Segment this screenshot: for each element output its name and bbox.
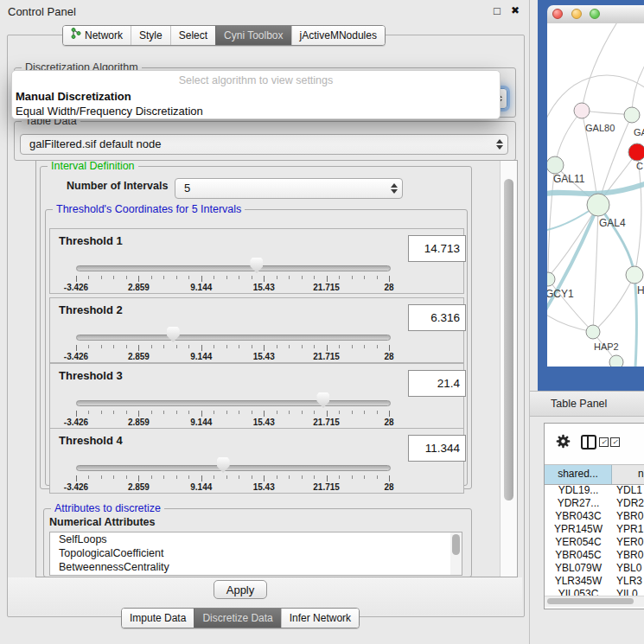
threshold-value-field[interactable]: 6.316: [408, 304, 466, 331]
network-node-gal80[interactable]: [574, 103, 590, 118]
slider-tick: [226, 475, 227, 479]
slider-tick: [151, 411, 152, 414]
list-item[interactable]: BetweennessCentrality: [50, 560, 462, 574]
slider-tick: [76, 475, 77, 481]
table-row[interactable]: YBL079WYBL0: [545, 562, 644, 575]
tab-infer-network[interactable]: Infer Network: [281, 609, 359, 628]
tab-discretize-data[interactable]: Discretize Data: [194, 609, 280, 628]
table-data-group: Table Data galFiltered.sif default node: [14, 121, 516, 161]
network-node-c[interactable]: [628, 143, 644, 161]
tab-style[interactable]: Style: [131, 26, 170, 45]
threshold-value-field[interactable]: 21.4: [408, 370, 466, 397]
network-canvas[interactable]: GAL80GACGAL11GAL4GCY1HHAP2: [547, 23, 644, 367]
slider-tick: [339, 411, 340, 414]
list-scrollbar-thumb[interactable]: [452, 534, 460, 555]
slider-tick: [389, 276, 390, 282]
select-columns-icon[interactable]: ✓ ✓: [599, 437, 620, 447]
network-node-hap2[interactable]: [586, 325, 600, 339]
network-node-gcy1[interactable]: [547, 272, 555, 286]
tab-network[interactable]: Network: [63, 26, 131, 45]
slider-tick: [113, 411, 114, 414]
slider-tick: [76, 345, 77, 351]
threshold-row: Threshold 3-3.4262.8599.14415.4321.71528…: [49, 363, 464, 429]
tab-impute-data[interactable]: Impute Data: [122, 609, 194, 628]
slider-tick-label: 9.144: [177, 352, 226, 361]
slider-tick: [163, 475, 164, 479]
table-row[interactable]: YLR345WYLR3: [545, 575, 644, 588]
slider-tick: [377, 475, 378, 479]
slider-track[interactable]: [76, 400, 391, 406]
slider-tick-label: -3.426: [52, 283, 100, 292]
slider-tick: [138, 411, 139, 417]
numerical-attributes-list[interactable]: SelfLoopsTopologicalCoefficientBetweenne…: [49, 532, 462, 576]
threshold-value-field[interactable]: 14.713: [408, 235, 466, 262]
slider-track[interactable]: [76, 265, 391, 271]
slider-tick: [389, 475, 390, 481]
threshold-value-field[interactable]: 11.344: [408, 435, 466, 462]
slider-tick-label: 28: [365, 352, 413, 361]
table-row[interactable]: YDR27...YDR2: [545, 497, 644, 510]
list-item[interactable]: TopologicalCoefficient: [50, 546, 462, 560]
gear-icon[interactable]: [556, 434, 571, 452]
vertical-scrollbar-thumb[interactable]: [504, 179, 513, 501]
tab-cyni-toolbox[interactable]: Cyni Toolbox: [215, 26, 290, 45]
control-panel-tabs: NetworkStyleSelectCyni ToolboxjActiveMNo…: [62, 25, 386, 46]
vertical-scrollbar[interactable]: [500, 161, 518, 577]
table-data-combobox[interactable]: galFiltered.sif default node: [20, 134, 508, 155]
slider-tick: [76, 276, 77, 282]
network-node-gal11[interactable]: [547, 156, 564, 174]
combo-stepper-icon: [391, 182, 397, 194]
threshold-label: Threshold 2: [59, 303, 123, 316]
horizontal-scrollbar[interactable]: [545, 596, 644, 607]
close-traffic-light-icon[interactable]: [552, 9, 563, 19]
slider-tick: [314, 475, 315, 479]
slider-tick: [352, 475, 353, 479]
slider-track[interactable]: [76, 465, 391, 471]
panel-title: Control Panel: [8, 5, 76, 18]
split-columns-icon[interactable]: [581, 435, 596, 450]
network-node-gal4[interactable]: [587, 194, 609, 216]
network-node-ga[interactable]: [624, 107, 640, 123]
minimize-traffic-light-icon[interactable]: [571, 9, 582, 19]
table-row[interactable]: YPR145WYPR1: [545, 523, 644, 536]
slider-tick: [339, 475, 340, 479]
column-header-shared[interactable]: shared...: [545, 465, 612, 484]
network-node[interactable]: [609, 355, 623, 367]
list-item[interactable]: SelfLoops: [50, 532, 462, 546]
table-row[interactable]: YIL053CYIL0: [545, 588, 644, 596]
node-label: HAP2: [594, 341, 619, 352]
table-row[interactable]: YER054CYER0: [545, 536, 644, 549]
slider-tick-label: 9.144: [177, 418, 226, 427]
slider-tick: [252, 411, 252, 414]
table-toolbar: ✓ ✓: [545, 424, 644, 464]
column-header-n[interactable]: n: [612, 465, 644, 484]
cell-name: YDR2: [612, 497, 644, 510]
slider-tick: [289, 276, 290, 279]
tab-label: jActiveMNodules: [300, 27, 377, 45]
slider-tick: [377, 276, 378, 279]
zoom-traffic-light-icon[interactable]: [590, 9, 600, 19]
dropdown-option-equal-width-frequency-discretization[interactable]: Equal Width/Frequency Discretization: [12, 104, 500, 118]
table-row[interactable]: YBR045CYBR0: [545, 549, 644, 562]
apply-button[interactable]: Apply: [214, 580, 267, 599]
slider-tick: [264, 276, 265, 282]
slider-tick-label: 21.715: [303, 352, 351, 361]
cell-shared-name: YER054C: [545, 536, 612, 549]
checkbox-icon: ✓: [610, 437, 620, 447]
number-of-intervals-combobox[interactable]: 5: [175, 178, 403, 199]
slider-tick: [214, 411, 214, 414]
close-icon[interactable]: ✖: [511, 4, 520, 16]
list-scrollbar[interactable]: [450, 532, 462, 575]
horizontal-scrollbar-thumb[interactable]: [547, 598, 634, 604]
dropdown-option-manual-discretization[interactable]: Manual Discretization: [12, 89, 500, 104]
float-window-icon[interactable]: □: [494, 4, 501, 17]
tab-select[interactable]: Select: [170, 26, 215, 45]
tab-jactivemnodules[interactable]: jActiveMNodules: [291, 26, 385, 45]
tab-label: Impute Data: [130, 609, 186, 628]
network-node-h[interactable]: [626, 266, 643, 284]
slider-track[interactable]: [76, 335, 391, 341]
table-row[interactable]: YDL19...YDL1: [545, 484, 644, 497]
table-row[interactable]: YBR043CYBR0: [545, 510, 644, 523]
slider-tick: [88, 345, 89, 348]
slider-tick: [277, 411, 277, 414]
